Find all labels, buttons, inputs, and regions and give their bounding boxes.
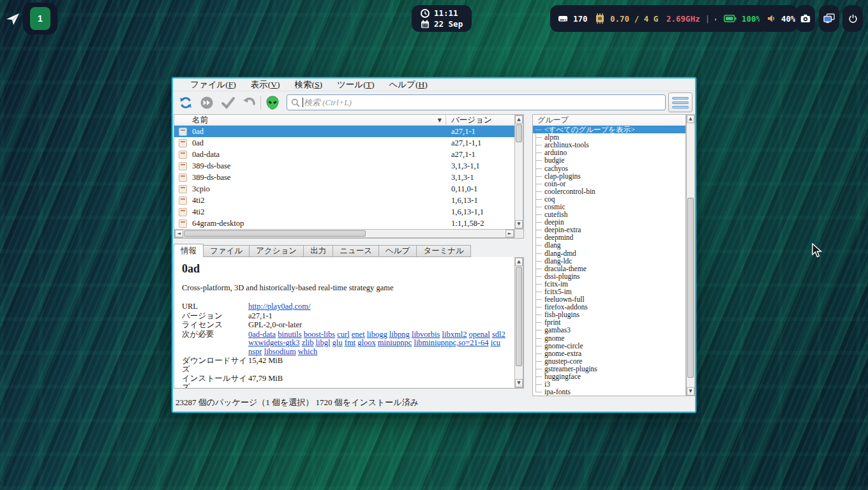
dependency-link[interactable]: libxml2 [442, 330, 467, 339]
scroll-down-button[interactable]: ▼ [515, 220, 523, 228]
scroll-left-button[interactable]: ◄ [175, 230, 183, 237]
dependency-link[interactable]: miniupnpc [378, 338, 412, 347]
tab-4[interactable]: ニュース [333, 245, 379, 257]
menu-item-1[interactable]: 表示(V) [251, 79, 280, 91]
group-item[interactable]: budgie [533, 156, 685, 164]
url-link[interactable]: http://play0ad,com/ [248, 302, 311, 311]
dependency-link[interactable]: 0ad-data [248, 330, 276, 339]
package-row[interactable]: 0ad-dataa27,1-1 [174, 149, 514, 160]
search-input[interactable] [304, 96, 661, 109]
group-item[interactable]: i3 [533, 380, 685, 388]
group-item[interactable]: cosmic [533, 203, 685, 211]
group-item[interactable]: deepin-extra [533, 226, 685, 234]
dependency-link[interactable]: libminiupnpc,so=21-64 [414, 338, 488, 347]
dependency-link[interactable]: libsodium [264, 347, 296, 356]
group-item[interactable]: arduino [533, 149, 685, 156]
menu-item-2[interactable]: 検索(S) [295, 79, 323, 91]
tab-0[interactable]: 情報 [174, 244, 204, 257]
paper-plane-icon[interactable] [5, 11, 20, 27]
volume-widget[interactable]: 40% [760, 5, 798, 32]
package-list-horizontal-scrollbar[interactable]: ◄ ► [174, 229, 514, 238]
group-item[interactable]: cutefish [533, 211, 685, 218]
scrollbar-thumb[interactable] [516, 124, 522, 142]
group-item[interactable]: gnome-circle [533, 342, 685, 350]
commit-button[interactable] [220, 95, 236, 110]
group-item[interactable]: dracula-theme [533, 265, 685, 272]
dependency-link[interactable]: curl [337, 330, 349, 339]
menu-item-4[interactable]: ヘルプ(H) [389, 79, 427, 91]
group-item[interactable]: cachyos [533, 164, 685, 172]
group-item[interactable]: dssi-plugins [533, 272, 685, 280]
group-item[interactable]: dlang-ldc [533, 257, 685, 265]
menu-item-0[interactable]: ファイル(F) [190, 79, 236, 91]
package-list-vertical-scrollbar[interactable]: ▲ ▼ [514, 115, 523, 229]
dependency-link[interactable]: libpng [389, 330, 410, 339]
group-item[interactable]: clap-plugins [533, 172, 685, 180]
display-widget[interactable] [819, 5, 839, 32]
group-item[interactable]: deepin [533, 218, 685, 226]
workspace-switcher[interactable]: 1 [23, 3, 57, 34]
screenshot-widget[interactable] [795, 5, 815, 32]
tab-2[interactable]: アクション [250, 245, 304, 257]
scroll-down-button[interactable]: ▼ [515, 379, 523, 387]
package-row[interactable]: 0ada27,1-1 [174, 126, 514, 137]
group-item[interactable]: coin-or [533, 180, 685, 188]
group-item[interactable]: feeluown-full [533, 295, 685, 303]
group-item[interactable]: gnustep-core [533, 357, 685, 365]
dependency-link[interactable]: binutils [278, 330, 302, 339]
scrollbar-thumb[interactable] [687, 198, 694, 378]
info-vertical-scrollbar[interactable]: ▲ ▼ [514, 257, 523, 388]
dependency-link[interactable]: wxwidgets-gtk3 [248, 338, 300, 347]
dependency-link[interactable]: icu [491, 338, 500, 347]
dependency-link[interactable]: libogg [367, 330, 387, 339]
group-item[interactable]: gstreamer-plugins [533, 365, 685, 373]
tab-3[interactable]: 出力 [304, 245, 333, 257]
dependency-link[interactable]: enet [352, 330, 365, 339]
dependency-link[interactable]: libgl [316, 338, 331, 347]
group-item[interactable]: firefox-addons [533, 303, 685, 311]
group-item[interactable]: dlang-dmd [533, 249, 685, 257]
column-header-name[interactable]: 名前 ▼ [174, 115, 446, 125]
group-item[interactable]: coq [533, 195, 685, 203]
dependency-link[interactable]: openal [469, 330, 490, 339]
group-item[interactable]: gnome-extra [533, 350, 685, 357]
group-item[interactable]: alpm [533, 133, 685, 141]
group-item[interactable]: fcitx-im [533, 280, 685, 288]
group-item[interactable]: deepmind [533, 234, 685, 241]
package-row[interactable]: 0ada27,1-1,1 [174, 137, 514, 149]
dependency-link[interactable]: nspr [248, 347, 262, 356]
package-row[interactable]: 389-ds-base3,1,3-1 [174, 172, 514, 183]
system-upgrade-button[interactable] [199, 95, 214, 110]
group-item[interactable]: gnome [533, 334, 685, 342]
group-item[interactable]: coolercontrol-bin [533, 188, 685, 195]
group-item[interactable]: <すべてのグループを表示> [533, 126, 685, 133]
tab-6[interactable]: ターミナル [417, 245, 471, 257]
group-item[interactable]: gambas3 [533, 326, 685, 334]
scroll-up-button[interactable]: ▲ [515, 115, 523, 124]
dependency-link[interactable]: sdl2 [492, 330, 505, 339]
scroll-up-button[interactable]: ▲ [515, 258, 523, 266]
menu-item-3[interactable]: ツール(T) [337, 79, 374, 91]
aur-toggle-button[interactable] [265, 95, 280, 110]
tab-5[interactable]: ヘルプ [379, 245, 417, 257]
clock-widget[interactable]: 11:11 22 Sep [412, 5, 472, 32]
dependency-link[interactable]: boost-libs [304, 330, 335, 339]
scroll-right-button[interactable]: ► [505, 230, 514, 237]
power-widget[interactable] [842, 5, 863, 32]
dependency-link[interactable]: fmt [345, 338, 355, 347]
scrollbar-thumb[interactable] [516, 267, 522, 366]
workspace-button[interactable]: 1 [30, 7, 50, 30]
package-row[interactable]: 389-ds-base3,1,3-1,1 [174, 160, 514, 172]
dependency-link[interactable]: libvorbis [412, 330, 440, 339]
package-row[interactable]: 4ti21,6,13-1,1 [174, 206, 514, 218]
group-item[interactable]: fish-plugins [533, 311, 685, 318]
groups-header[interactable]: グループ [533, 115, 685, 126]
view-options-button[interactable] [668, 93, 692, 112]
group-item[interactable]: fcitx5-im [533, 288, 685, 295]
search-box[interactable] [287, 94, 666, 110]
dependency-link[interactable]: gloox [357, 338, 375, 347]
scrollbar-thumb[interactable] [184, 230, 366, 237]
group-item[interactable]: huggingface [533, 373, 685, 380]
package-row[interactable]: 64gram-desktop1:1,1,58-2 [174, 218, 514, 229]
rollback-button[interactable] [241, 95, 257, 110]
